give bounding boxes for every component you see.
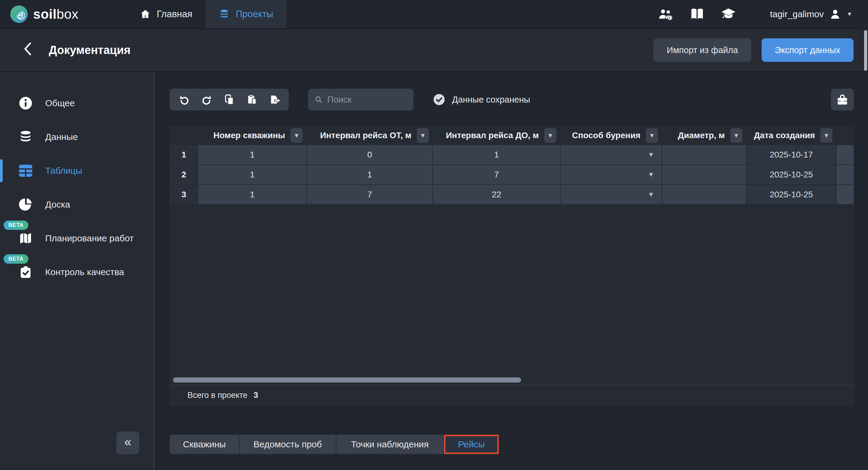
row-number-header (170, 126, 198, 145)
paste-button[interactable] (241, 89, 263, 110)
tab-observation-points[interactable]: Точки наблюдения (336, 435, 444, 454)
cell-diameter[interactable] (662, 165, 746, 184)
import-from-file-button[interactable]: Импорт из файла (653, 38, 751, 62)
sidebar-item-label: Планирование работ (45, 233, 133, 243)
sidebar: Общее Данные Табли (0, 72, 154, 469)
toolbar: Данные сохранены (170, 89, 854, 110)
cell-drilling-method-dropdown[interactable]: ▼ (561, 165, 661, 184)
cell-interval-from[interactable]: 1 (307, 165, 433, 184)
tab-wells[interactable]: Скважины (170, 435, 240, 454)
clipboard-check-icon: BETA (18, 265, 33, 280)
sidebar-item-board[interactable]: Доска (0, 188, 154, 222)
column-label: Интервал рейса ОТ, м (320, 130, 411, 140)
toolbox-icon (836, 93, 849, 106)
tab-sample-register[interactable]: Ведомость проб (240, 435, 336, 454)
cell-interval-from[interactable]: 0 (307, 145, 433, 165)
saved-status-label: Данные сохранены (452, 95, 530, 105)
cell-interval-to[interactable]: 22 (433, 185, 560, 204)
cell-well-number[interactable]: 1 (198, 165, 306, 184)
nav-projects[interactable]: Проекты (206, 0, 286, 28)
sidebar-item-quality-control[interactable]: BETA Контроль качества (0, 255, 154, 289)
dropdown-caret-icon: ▼ (648, 190, 654, 199)
column-header-partial (837, 126, 854, 145)
table-empty-area (170, 204, 854, 385)
cell-partial[interactable] (837, 145, 854, 165)
beta-badge: BETA (4, 221, 28, 230)
column-header-creation-date[interactable]: Дата создания ▼ (747, 126, 836, 145)
chevron-down-icon: ▼ (846, 11, 852, 18)
sidebar-item-label: Контроль качества (45, 267, 124, 277)
search-input[interactable] (327, 95, 407, 105)
horizontal-scrollbar-thumb[interactable] (173, 377, 521, 383)
toolbox-button[interactable] (831, 89, 854, 110)
column-header-interval-from[interactable]: Интервал рейса ОТ, м ▼ (307, 126, 433, 145)
tab-runs[interactable]: Рейсы (444, 435, 499, 454)
cell-interval-to[interactable]: 1 (433, 145, 560, 165)
filter-caret-icon[interactable]: ▼ (820, 128, 832, 143)
user-menu[interactable]: tagir_galimov ▼ (770, 8, 852, 20)
table-row: 1 1 0 1 ▼ 2025-10-17 (170, 145, 854, 165)
data-table-panel: Номер скважины ▼ Интервал рейса ОТ, м ▼ … (170, 126, 854, 405)
row-number-cell: 1 (170, 145, 198, 165)
content-area: Данные сохранены Номер скважины ▼ Инт (154, 72, 868, 469)
export-data-button[interactable]: Экспорт данных (762, 38, 854, 62)
column-header-diameter[interactable]: Диаметр, м ▼ (662, 126, 746, 145)
saved-status: Данные сохранены (433, 93, 530, 106)
main-nav: Главная Проекты (127, 0, 286, 28)
cell-creation-date: 2025-10-17 (747, 145, 836, 165)
app-logo[interactable]: soilbox (0, 0, 90, 28)
topbar-right: tagir_galimov ▼ (658, 0, 868, 28)
education-cap-icon[interactable] (721, 6, 736, 22)
column-label: Дата создания (754, 130, 815, 140)
cell-interval-to[interactable]: 7 (433, 165, 560, 184)
sidebar-item-work-planning[interactable]: BETA Планирование работ (0, 222, 154, 255)
filter-caret-icon[interactable]: ▼ (290, 128, 303, 143)
cell-interval-from[interactable]: 7 (307, 185, 433, 204)
table-header-row: Номер скважины ▼ Интервал рейса ОТ, м ▼ … (170, 126, 854, 145)
database-icon (219, 9, 230, 20)
page-title: Документация (49, 44, 130, 57)
cell-diameter[interactable] (662, 145, 746, 165)
cell-diameter[interactable] (662, 185, 746, 204)
cell-well-number[interactable]: 1 (198, 145, 306, 165)
page-header: Документация Импорт из файла Экспорт дан… (0, 29, 868, 72)
sidebar-item-label: Данные (45, 132, 78, 142)
nav-home[interactable]: Главная (127, 0, 206, 28)
table-row: 3 1 7 22 ▼ 2025-10-25 (170, 185, 854, 204)
redo-button[interactable] (195, 89, 218, 110)
column-header-interval-to[interactable]: Интервал рейса ДО, м ▼ (433, 126, 560, 145)
filter-caret-icon[interactable]: ▼ (646, 128, 658, 143)
column-header-well-number[interactable]: Номер скважины ▼ (198, 126, 306, 145)
documentation-book-icon[interactable] (689, 6, 705, 22)
cell-creation-date: 2025-10-25 (747, 165, 836, 184)
undo-button[interactable] (173, 89, 195, 110)
back-button[interactable] (19, 41, 36, 59)
nav-home-label: Главная (157, 9, 192, 20)
cell-drilling-method-dropdown[interactable]: ▼ (561, 185, 661, 204)
team-management-icon[interactable] (658, 6, 674, 22)
export-rows-button[interactable] (263, 89, 286, 110)
cell-well-number[interactable]: 1 (198, 185, 306, 204)
topbar: soilbox Главная Проекты (0, 0, 868, 29)
cell-partial[interactable] (837, 185, 854, 204)
column-header-drilling-method[interactable]: Способ бурения ▼ (561, 126, 661, 145)
page-scrollbar-thumb[interactable] (864, 30, 867, 71)
dropdown-caret-icon: ▼ (648, 171, 654, 179)
sidebar-item-data[interactable]: Данные (0, 120, 154, 154)
sidebar-item-tables[interactable]: Таблицы (0, 154, 154, 188)
beta-badge: BETA (4, 254, 28, 264)
filter-caret-icon[interactable]: ▼ (544, 128, 556, 143)
column-label: Способ бурения (572, 130, 641, 140)
copy-button[interactable] (218, 89, 241, 110)
sidebar-item-general[interactable]: Общее (0, 86, 154, 120)
dropdown-caret-icon: ▼ (648, 151, 654, 159)
cell-drilling-method-dropdown[interactable]: ▼ (561, 145, 661, 165)
cell-creation-date: 2025-10-25 (747, 185, 836, 204)
filter-caret-icon[interactable]: ▼ (730, 128, 742, 143)
logo-text-light: box (57, 7, 79, 22)
collapse-sidebar-button[interactable]: « (116, 431, 139, 454)
soilbox-logo-icon (10, 5, 28, 23)
cell-partial[interactable] (837, 165, 854, 184)
filter-caret-icon[interactable]: ▼ (417, 128, 429, 143)
database-icon (18, 129, 33, 145)
